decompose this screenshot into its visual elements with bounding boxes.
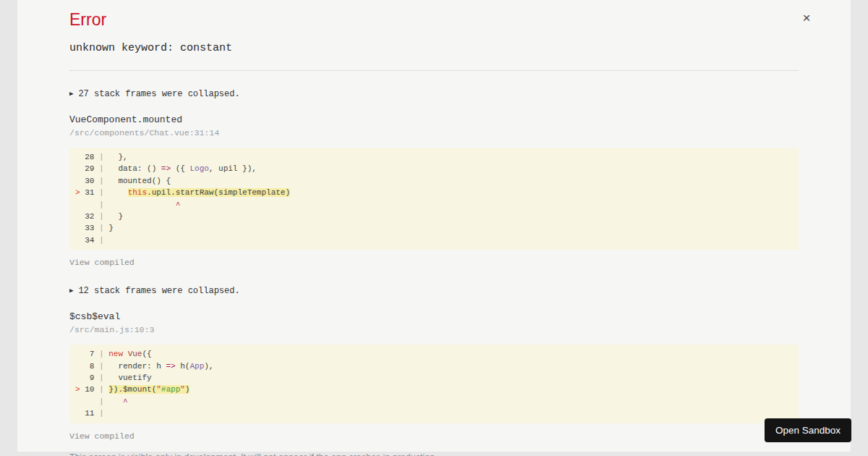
code-line: 7 | new Vue({ — [75, 348, 793, 360]
overlay-footer: This screen is visible only in developme… — [69, 452, 799, 456]
code-frame: 7 | new Vue({ 8 | render: h => h(App), 9… — [69, 345, 799, 423]
open-sandbox-label: Open Sandbox — [775, 425, 841, 436]
collapse-arrow-icon: ▶ — [69, 90, 73, 98]
error-message: unknown keyword: constant — [69, 42, 799, 55]
code-line: 9 | vuetify — [75, 372, 793, 384]
error-caret: ^ — [123, 397, 128, 406]
collapsed-frames-toggle-1[interactable]: ▶27 stack frames were collapsed. — [69, 89, 799, 99]
stack-frame-function: VueComponent.mounted — [69, 114, 799, 125]
footer-line: This screen is visible only in developme… — [69, 452, 799, 456]
code-line: | ^ — [75, 199, 793, 211]
code-line: 32 | } — [75, 211, 793, 222]
code-line: 11 | — [75, 408, 793, 419]
code-line: 29 | data: () => ({ Logo, upil }), — [75, 163, 793, 174]
code-line: | ^ — [75, 396, 793, 408]
error-title: Error — [69, 9, 799, 30]
collapsed-frames-toggle-2[interactable]: ▶12 stack frames were collapsed. — [69, 286, 799, 296]
stack-frame-location: /src/components/Chat.vue:31:14 — [69, 128, 799, 138]
error-highlight-line: this.upil.startRaw(simpleTemplate) — [128, 188, 290, 197]
code-line: > 10 | }).$mount("#app") — [75, 384, 793, 395]
view-compiled-link-2[interactable]: View compiled — [69, 431, 135, 441]
code-line: 33 | } — [75, 222, 793, 234]
stack-frame-location: /src/main.js:10:3 — [69, 325, 799, 334]
error-overlay: × Error unknown keyword: constant ▶27 st… — [17, 0, 851, 452]
collapsed-frames-label: 27 stack frames were collapsed. — [78, 89, 239, 99]
code-line: 8 | render: h => h(App), — [75, 360, 793, 372]
code-line: 34 | — [75, 235, 793, 246]
view-compiled-link-1[interactable]: View compiled — [69, 258, 135, 267]
divider — [69, 70, 799, 71]
error-caret: ^ — [176, 200, 181, 209]
code-line: 30 | mounted() { — [75, 175, 793, 187]
stack-frame-function: $csb$eval — [69, 311, 799, 322]
code-line: > 31 | this.upil.startRaw(simpleTemplate… — [75, 187, 793, 198]
collapse-arrow-icon: ▶ — [69, 287, 73, 295]
code-frame: 28 | }, 29 | data: () => ({ Logo, upil }… — [69, 148, 799, 250]
error-highlight-line: }).$mount("#app") — [109, 385, 190, 394]
collapsed-frames-label: 12 stack frames were collapsed. — [78, 286, 239, 296]
code-line: 28 | }, — [75, 151, 793, 163]
open-sandbox-button[interactable]: Open Sandbox — [765, 418, 851, 442]
